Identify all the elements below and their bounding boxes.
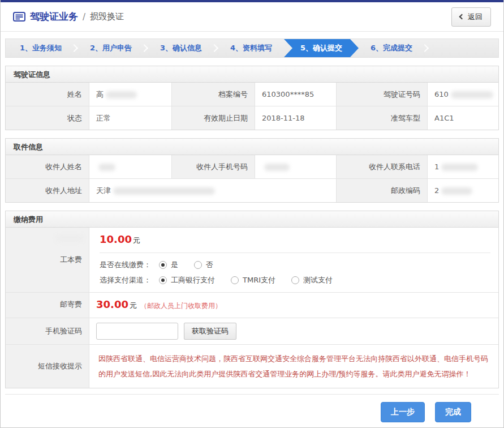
online-payment-row: 是否在线缴费： 是 否 [100,260,490,270]
step-nav: 1、业务须知 2、用户申告 3、确认信息 4、资料填写 5、确认提交 6、完成提… [5,38,499,58]
radio-channel-icbc[interactable]: 工商银行支付 [159,275,215,285]
field-value-valid-until: 2018-11-18 [255,106,336,130]
step-label: 4、资料填写 [230,43,272,53]
step-2-user-declaration[interactable]: 2、用户申告 [76,39,146,57]
step-5-confirm-submit[interactable]: 5、确认提交 [284,39,359,57]
field-label-recipient-name: 收件人姓名 [6,155,89,178]
finish-button[interactable]: 完成 [435,402,471,422]
step-label: 1、业务须知 [20,43,62,53]
back-chevron-icon [459,14,465,20]
field-label-valid-until: 有效期止日期 [171,106,255,130]
previous-step-button[interactable]: 上一步 [381,402,425,422]
fees-title: 缴纳费用 [5,211,499,228]
payment-channel-row: 选择支付渠道： 工商银行支付 TMRI支付 测试支付 [100,275,490,285]
radio-label: 是 [171,260,178,270]
field-value-recipient-name [89,155,171,178]
step-label: 6、完成提交 [371,43,412,53]
field-value-recipient-address: 天津 [89,178,336,202]
card-fee-amount: 10.00元 [100,233,490,246]
field-value-file-no: 610300****85 [255,83,336,106]
breadcrumb: 驾驶证业务 / 损毁换证 [13,10,124,23]
back-button[interactable]: 返回 [451,7,491,27]
field-label-sms-code: 手机验证码 [6,318,89,344]
field-value-card-fee: 10.00元 是否在线缴费： 是 否 选择支付渠道： [89,228,498,292]
redacted-text [264,164,290,171]
postage-fee-price: 30.00 [96,298,128,310]
sms-notice-text: 因陕西省联通、电信运营商技术问题，陕西省互联网交通安全综合服务管理平台无法向持陕… [89,344,498,388]
fees-table: 工本费 10.00元 是否在线缴费： 是 否 [5,228,499,388]
redacted-text [98,164,115,171]
pickup-info-title: 取件信息 [5,138,499,155]
field-label-recipient-phone: 收件人联系电话 [336,155,427,178]
redacted-text [441,187,472,195]
postage-fee-note: （邮政人员上门收取费用） [140,302,222,310]
breadcrumb-separator: / [83,12,85,22]
license-info-table: 姓名 高 档案编号 610300****85 驾驶证号码 610 状态 正常 有… [5,83,499,130]
payment-channel-question: 选择支付渠道： [100,275,151,285]
radio-online-no[interactable]: 否 [194,260,213,270]
card-fee-price: 10.00 [100,233,132,245]
field-label-sms-notice: 短信接收提示 [6,344,89,388]
redacted-text [106,91,137,99]
footer-actions: 上一步 完成 [1,395,503,422]
field-label-postal-code: 邮政编码 [336,178,427,202]
step-4-fill-materials[interactable]: 4、资料填写 [216,39,286,57]
step-label: 2、用户申告 [90,43,132,53]
field-label-recipient-mobile: 收件人手机号码 [171,155,255,178]
radio-label: 工商银行支付 [171,275,215,285]
redacted-smudge [56,236,83,241]
field-label-name: 姓名 [6,83,89,106]
page-title: 损毁换证 [90,11,124,22]
field-value-status: 正常 [89,106,171,130]
radio-online-yes[interactable]: 是 [159,260,178,270]
field-value-sms-code: 获取验证码 [89,318,498,344]
license-info-title: 驾驶证信息 [5,66,499,83]
radio-icon[interactable] [194,261,202,269]
radio-icon[interactable] [231,276,239,284]
redacted-text [113,187,215,195]
step-label: 5、确认提交 [300,43,342,53]
back-button-label: 返回 [468,12,483,22]
postage-fee-unit: 元 [130,301,137,310]
field-value-postal-code: 2 [427,178,498,202]
field-value-recipient-phone: 1 [427,155,498,178]
license-info-section: 驾驶证信息 姓名 高 档案编号 610300****85 驾驶证号码 610 状… [5,66,499,130]
field-label-recipient-address: 收件人地址 [6,178,89,202]
radio-icon[interactable] [159,261,167,269]
radio-icon[interactable] [159,276,167,284]
header: 驾驶证业务 / 损毁换证 返回 [1,2,503,32]
divider [100,252,490,253]
redacted-text [441,164,478,171]
field-value-vehicle-class: A1C1 [427,106,498,130]
sms-code-input[interactable] [96,323,178,340]
online-payment-question: 是否在线缴费： [100,260,151,270]
step-3-confirm-info[interactable]: 3、确认信息 [146,39,216,57]
field-label-file-no: 档案编号 [171,83,255,106]
field-label-card-fee: 工本费 [6,228,89,292]
step-1-business-notice[interactable]: 1、业务须知 [6,39,76,57]
radio-label: 否 [206,260,213,270]
field-value-recipient-mobile [255,155,336,178]
field-label-status: 状态 [6,106,89,130]
get-sms-code-button[interactable]: 获取验证码 [184,323,236,340]
field-label-postage-fee: 邮寄费 [6,292,89,318]
step-nav-filler [427,39,498,57]
field-value-postage-fee: 30.00元（邮政人员上门收取费用） [89,292,498,318]
pickup-info-section: 取件信息 收件人姓名 收件人手机号码 收件人联系电话 1 收件人地址 天津 邮政… [5,138,499,203]
pickup-info-table: 收件人姓名 收件人手机号码 收件人联系电话 1 收件人地址 天津 邮政编码 2 [5,155,499,203]
app-title: 驾驶证业务 [30,10,78,23]
field-label-vehicle-class: 准驾车型 [336,106,427,130]
redacted-text [451,91,493,99]
radio-label: 测试支付 [303,275,333,285]
card-fee-unit: 元 [133,236,140,245]
radio-label: TMRI支付 [243,275,275,285]
radio-icon[interactable] [291,276,299,284]
field-label-license-no: 驾驶证号码 [336,83,427,106]
field-value-name: 高 [89,83,171,106]
step-6-complete-submit[interactable]: 6、完成提交 [356,39,427,57]
radio-channel-tmri[interactable]: TMRI支付 [231,275,275,285]
page: 驾驶证业务 / 损毁换证 返回 1、业务须知 2、用户申告 3、确认信息 4、资… [0,0,504,428]
fees-section: 缴纳费用 工本费 10.00元 是否在线缴费： 是 [5,211,499,388]
radio-channel-test[interactable]: 测试支付 [291,275,333,285]
field-value-license-no: 610 [427,83,498,106]
